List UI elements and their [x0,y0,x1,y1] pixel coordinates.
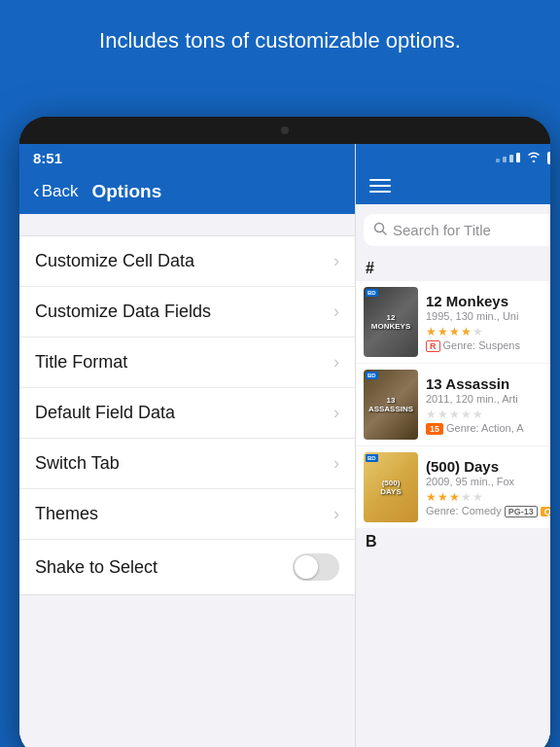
movie-meta-500days: 2009, 95 min., Fox [426,476,550,487]
wifi-icon [526,150,542,165]
hamburger-menu-button[interactable] [369,179,391,193]
time-display: 8:51 [33,150,62,166]
shake-toggle[interactable] [293,553,339,581]
option-label-default-field: Default Field Data [35,403,175,423]
movie-genre-12monkeys: RGenre: Suspens [426,339,550,352]
chevron-right-icon-themes: › [333,504,339,524]
section-header-b: B [356,529,550,552]
svg-line-1 [383,231,387,235]
movie-poster-13assassins: BD 13ASSASSINS [364,370,418,440]
movie-meta-13assassins: 2011, 120 min., Arti [426,393,550,405]
movie-item-13assassins[interactable]: BD 13ASSASSINS 13 Assassin 2011, 120 min… [356,364,550,445]
poster-text-500days: (500)DAYS [378,477,403,498]
option-customize-cell[interactable]: Customize Cell Data › [19,236,355,287]
option-label-customize-fields: Customize Data Fields [35,302,211,322]
hamburger-line-3 [369,191,391,193]
options-title: Options [91,181,161,202]
options-list: Customize Cell Data › Customize Data Fie… [19,214,355,747]
chevron-right-icon-fields: › [333,302,339,322]
movie-stars-13assassins: ★ ★ ★ ★ ★ [426,408,550,421]
movie-stars-12monkeys: ★ ★ ★ ★ ★ [426,325,550,338]
option-customize-fields[interactable]: Customize Data Fields › [19,287,355,338]
search-icon [373,222,387,238]
header-text: Includes tons of customizable options. [0,0,560,75]
device-container: 8:51 ‹ Back Options Customize Cell Data … [19,117,550,747]
bluray-badge-500days: BD [366,454,378,462]
movie-meta-12monkeys: 1995, 130 min., Uni [426,310,550,322]
left-panel: 8:51 ‹ Back Options Customize Cell Data … [19,144,355,747]
chevron-right-icon-title: › [333,352,339,373]
poster-text-13assassins: 13ASSASSINS [367,394,415,415]
option-label-themes: Themes [35,504,98,524]
movie-poster-12monkeys: BD 12MONKEYS [364,287,418,357]
option-switch-tab[interactable]: Switch Tab › [19,439,355,489]
right-panel: Search for Title # BD 12MONKEYS 12 Monke… [355,144,550,747]
hamburger-line-1 [369,179,391,181]
signal-dots [496,153,520,162]
hamburger-line-2 [369,185,391,187]
options-group: Customize Cell Data › Customize Data Fie… [19,235,355,595]
movie-info-12monkeys: 12 Monkeys 1995, 130 min., Uni ★ ★ ★ ★ ★… [426,293,550,352]
option-default-field[interactable]: Default Field Data › [19,388,355,439]
left-nav-bar: ‹ Back Options [19,172,355,214]
battery-icon [547,152,550,164]
chevron-right-icon-cell: › [333,251,339,271]
back-button[interactable]: ‹ Back [33,180,78,202]
toggle-knob [295,555,318,579]
option-label-switch-tab: Switch Tab [35,453,120,474]
movie-item-12monkeys[interactable]: BD 12MONKEYS 12 Monkeys 1995, 130 min., … [356,281,550,363]
option-title-format[interactable]: Title Format › [19,338,355,388]
movie-info-500days: (500) Days 2009, 95 min., Fox ★ ★ ★ ★ ★ … [426,458,550,517]
section-header-hash: # [356,256,550,281]
chevron-left-icon: ‹ [33,180,40,202]
bluray-badge-12monkeys: BD [366,289,378,297]
search-placeholder-text: Search for Title [393,222,491,238]
movie-list: # BD 12MONKEYS 12 Monkeys 1995, 130 min.… [356,256,550,747]
movie-genre-13assassins: 15Genre: Action, A [426,422,550,435]
movie-title-500days: (500) Days [426,458,550,475]
movie-genre-500days: Genre: Comedy PG-13QTY. 2 [426,505,550,517]
option-label-customize-cell: Customize Cell Data [35,251,194,271]
bluray-badge-13assassins: BD [366,372,378,379]
left-status-bar: 8:51 [19,144,355,172]
movie-title-13assassins: 13 Assassin [426,375,550,392]
chevron-right-icon-switch: › [333,453,339,474]
option-label-shake-select: Shake to Select [35,557,158,578]
movie-info-13assassins: 13 Assassin 2011, 120 min., Arti ★ ★ ★ ★… [426,375,550,435]
device-camera [281,126,289,134]
device-top-bezel [19,117,550,144]
movie-item-500days[interactable]: BD (500)DAYS (500) Days 2009, 95 min., F… [356,446,550,528]
option-label-title-format: Title Format [35,352,127,373]
right-nav-bar [356,171,550,204]
option-themes[interactable]: Themes › [19,489,355,540]
chevron-right-icon-default: › [333,403,339,423]
right-status-bar [356,144,550,171]
option-shake-select[interactable]: Shake to Select [19,540,355,594]
movie-stars-500days: ★ ★ ★ ★ ★ [426,490,550,504]
movie-poster-500days: BD (500)DAYS [364,452,418,522]
search-bar[interactable]: Search for Title [364,214,550,246]
poster-text-12monkeys: 12MONKEYS [369,311,412,333]
back-label: Back [42,182,79,201]
movie-title-12monkeys: 12 Monkeys [426,293,550,309]
